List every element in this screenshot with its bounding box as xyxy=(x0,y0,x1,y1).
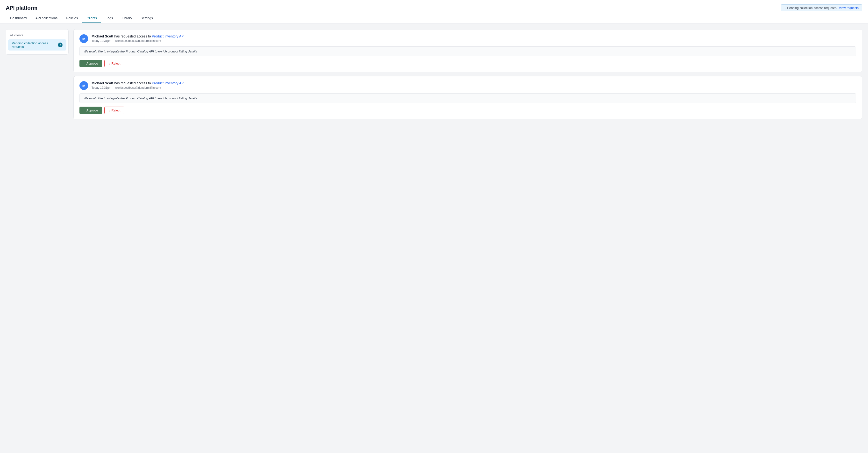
api-link[interactable]: Product Inventory API xyxy=(152,81,185,85)
reject-icon: ↓ xyxy=(108,109,110,112)
top-bar: API platform 2 Pending collection access… xyxy=(0,0,868,24)
requester-name: Michael Scott xyxy=(92,34,113,38)
request-card-2: M Michael Scott has requested access to … xyxy=(73,76,862,119)
request-title: Michael Scott has requested access to Pr… xyxy=(92,81,185,85)
main-content: All clients Pending collection access re… xyxy=(0,24,868,125)
request-actions: ↑ Approve ↓ Reject xyxy=(80,60,856,67)
sidebar-badge: 2 xyxy=(58,43,63,47)
approve-label: Approve xyxy=(87,109,98,112)
approve-label: Approve xyxy=(87,62,98,65)
request-message: We would like to integrate the Product C… xyxy=(80,93,856,103)
nav-item-dashboard[interactable]: Dashboard xyxy=(6,14,31,23)
request-card-1: M Michael Scott has requested access to … xyxy=(73,29,862,72)
app-title: API platform xyxy=(6,5,37,11)
request-info: Michael Scott has requested access to Pr… xyxy=(92,34,185,43)
nav-item-clients[interactable]: Clients xyxy=(82,14,101,23)
reject-button[interactable]: ↓ Reject xyxy=(104,60,124,67)
main-nav: DashboardAPI collectionsPoliciesClientsL… xyxy=(6,14,862,23)
requester-name: Michael Scott xyxy=(92,81,113,85)
approve-icon: ↑ xyxy=(83,62,85,65)
reject-icon: ↓ xyxy=(108,62,110,65)
reject-label: Reject xyxy=(111,62,120,65)
request-info: Michael Scott has requested access to Pr… xyxy=(92,81,185,89)
approve-button[interactable]: ↑ Approve xyxy=(80,107,102,114)
sidebar: All clients Pending collection access re… xyxy=(6,29,69,119)
request-actions: ↑ Approve ↓ Reject xyxy=(80,107,856,114)
request-email: worldsbestboss@dundermifflin.com xyxy=(115,39,161,43)
action-text: has requested access to xyxy=(114,81,152,85)
requests-content: M Michael Scott has requested access to … xyxy=(73,29,862,119)
nav-item-policies[interactable]: Policies xyxy=(62,14,82,23)
action-text: has requested access to xyxy=(114,34,152,38)
nav-item-settings[interactable]: Settings xyxy=(136,14,157,23)
reject-button[interactable]: ↓ Reject xyxy=(104,107,124,114)
approve-icon: ↑ xyxy=(83,109,85,112)
sidebar-heading: All clients xyxy=(6,33,68,39)
sidebar-card: All clients Pending collection access re… xyxy=(6,29,69,55)
notification-text: 2 Pending collection access requests. xyxy=(784,6,837,10)
nav-item-library[interactable]: Library xyxy=(117,14,136,23)
nav-item-api-collections[interactable]: API collections xyxy=(31,14,62,23)
notification-banner: 2 Pending collection access requests. Vi… xyxy=(781,4,862,11)
avatar: M xyxy=(80,81,88,90)
request-meta: Today 12:31pm worldsbestboss@dundermiffl… xyxy=(92,39,185,43)
reject-label: Reject xyxy=(111,109,120,112)
request-email: worldsbestboss@dundermifflin.com xyxy=(115,86,161,89)
api-link[interactable]: Product Inventory API xyxy=(152,34,185,38)
request-timestamp: Today 12:31pm xyxy=(92,39,111,43)
request-header: M Michael Scott has requested access to … xyxy=(80,34,856,43)
sidebar-item-pending[interactable]: Pending collection access requests2 xyxy=(8,39,66,51)
request-message: We would like to integrate the Product C… xyxy=(80,47,856,56)
nav-item-logs[interactable]: Logs xyxy=(101,14,117,23)
request-header: M Michael Scott has requested access to … xyxy=(80,81,856,90)
avatar: M xyxy=(80,34,88,43)
request-meta: Today 12:31pm worldsbestboss@dundermiffl… xyxy=(92,86,185,89)
request-timestamp: Today 12:31pm xyxy=(92,86,111,89)
approve-button[interactable]: ↑ Approve xyxy=(80,60,102,67)
sidebar-item-label: Pending collection access requests xyxy=(12,41,58,49)
view-requests-link[interactable]: View requests xyxy=(839,6,859,10)
request-title: Michael Scott has requested access to Pr… xyxy=(92,34,185,38)
